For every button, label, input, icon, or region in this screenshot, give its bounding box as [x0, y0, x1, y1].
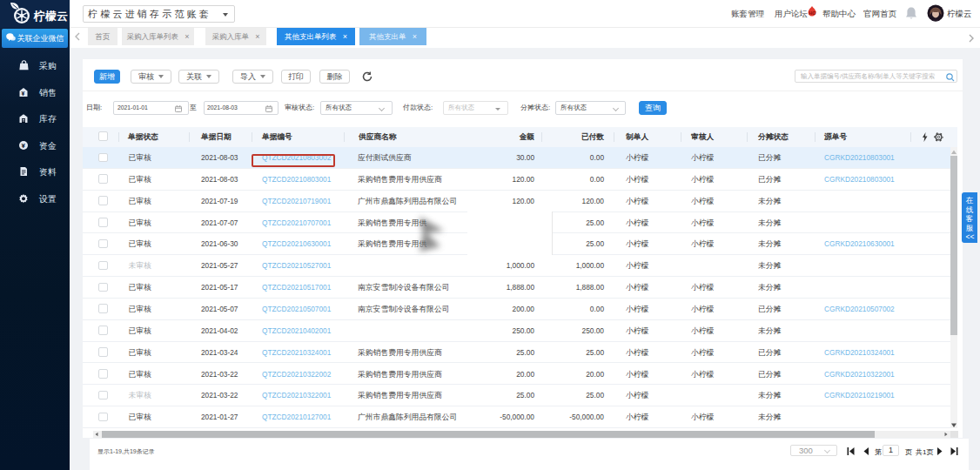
- svg-text:柠檬云: 柠檬云: [33, 10, 68, 23]
- svg-text:¥: ¥: [22, 90, 25, 96]
- svg-text:¥: ¥: [21, 141, 25, 149]
- svg-text:HOT: HOT: [809, 10, 816, 16]
